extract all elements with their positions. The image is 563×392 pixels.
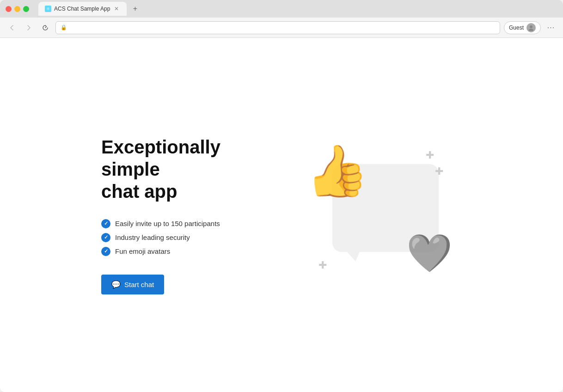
maximize-button[interactable] <box>23 6 29 12</box>
headline-line2: chat app <box>101 181 177 202</box>
feature-item-1: Easily invite up to 150 participants <box>101 219 268 228</box>
profile-label: Guest <box>509 24 524 31</box>
back-button[interactable] <box>6 21 18 34</box>
profile-avatar <box>526 23 536 32</box>
content-wrapper: Exceptionally simple chat app Easily inv… <box>73 136 490 294</box>
plus-decoration-1: ✚ <box>426 150 434 160</box>
new-tab-button[interactable]: + <box>129 2 141 15</box>
more-options-button[interactable]: ··· <box>545 21 557 34</box>
tab-favicon-icon: ⚛ <box>45 6 51 12</box>
plus-decoration-3: ✚ <box>318 260 327 270</box>
profile-button[interactable]: Guest <box>504 21 541 34</box>
headline-line1: Exceptionally simple <box>101 137 220 179</box>
thumbs-up-icon: 👍 <box>302 143 370 199</box>
forward-button[interactable] <box>22 21 35 34</box>
page-content: Exceptionally simple chat app Easily inv… <box>0 38 563 392</box>
left-section: Exceptionally simple chat app Easily inv… <box>101 136 268 294</box>
check-icon-2 <box>101 233 110 242</box>
minimize-button[interactable] <box>14 6 20 12</box>
feature-text-3: Fun emoji avatars <box>115 247 170 255</box>
feature-item-3: Fun emoji avatars <box>101 247 268 256</box>
lock-icon: 🔒 <box>61 24 67 31</box>
illustration: 👍 🩶 ✚ ✚ ✚ <box>295 141 462 289</box>
nav-bar: 🔒 Guest ··· <box>0 18 563 38</box>
close-button[interactable] <box>6 6 12 12</box>
title-bar: ⚛ ACS Chat Sample App ✕ + <box>0 0 563 18</box>
heart-icon: 🩶 <box>406 232 453 275</box>
svg-point-1 <box>529 29 533 31</box>
svg-point-0 <box>530 25 532 28</box>
tab-title: ACS Chat Sample App <box>54 6 110 12</box>
chat-button-icon: 💬 <box>111 280 121 289</box>
right-section: 👍 🩶 ✚ ✚ ✚ <box>295 141 462 289</box>
traffic-lights <box>6 6 29 12</box>
tab-bar: ⚛ ACS Chat Sample App ✕ + <box>38 2 557 16</box>
features-list: Easily invite up to 150 participants Ind… <box>101 219 268 256</box>
check-icon-1 <box>101 219 110 228</box>
feature-item-2: Industry leading security <box>101 233 268 242</box>
check-icon-3 <box>101 247 110 256</box>
refresh-button[interactable] <box>39 21 52 34</box>
start-chat-label: Start chat <box>124 281 154 288</box>
feature-text-2: Industry leading security <box>115 233 190 241</box>
plus-decoration-2: ✚ <box>435 166 443 177</box>
feature-text-1: Easily invite up to 150 participants <box>115 220 220 227</box>
start-chat-button[interactable]: 💬 Start chat <box>101 275 164 294</box>
browser-tab[interactable]: ⚛ ACS Chat Sample App ✕ <box>38 2 127 16</box>
address-bar[interactable]: 🔒 <box>55 21 500 34</box>
tab-close-button[interactable]: ✕ <box>113 5 120 12</box>
main-headline: Exceptionally simple chat app <box>101 136 268 202</box>
browser-frame: ⚛ ACS Chat Sample App ✕ + 🔒 Guest ··· <box>0 0 563 392</box>
